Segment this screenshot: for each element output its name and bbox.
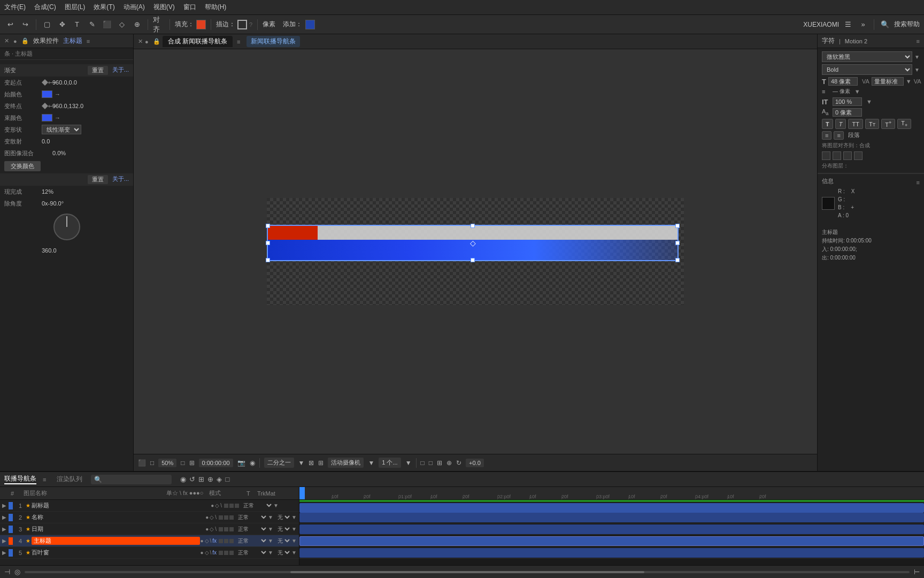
show-icon[interactable]: □: [429, 459, 433, 467]
end-color-arrow[interactable]: →: [55, 115, 60, 121]
toggle-1a[interactable]: [224, 504, 228, 508]
select-tool[interactable]: ▢: [41, 19, 53, 31]
align-center[interactable]: ≡: [834, 131, 843, 140]
lock-icon-4[interactable]: ◇: [205, 538, 209, 544]
layer-row-1[interactable]: ▶ 1 ★ 副标题 ● ◇ \ 正常 ▼: [0, 500, 299, 512]
layer-star-5[interactable]: ★: [26, 550, 30, 556]
clip-5[interactable]: [299, 548, 924, 558]
zoom-icon[interactable]: □: [181, 459, 184, 467]
pen-tool[interactable]: ✎: [86, 19, 98, 31]
menu-item-window[interactable]: 窗口: [183, 3, 196, 12]
color-icon[interactable]: ◉: [250, 459, 255, 467]
start-color-arrow[interactable]: →: [55, 91, 60, 97]
zoom-control[interactable]: 50%: [158, 459, 176, 467]
reset-button-1[interactable]: 重置: [88, 66, 108, 75]
close-icon[interactable]: ✕: [4, 37, 9, 44]
expand-1[interactable]: ▶: [2, 503, 9, 508]
vis-icon-2[interactable]: \: [215, 514, 217, 520]
layer-star-3[interactable]: ★: [26, 526, 30, 532]
menu-item-help[interactable]: 帮助(H): [205, 3, 227, 12]
menu-item-anim[interactable]: 动画(A): [124, 3, 145, 12]
fraction-select[interactable]: 二分之一: [264, 458, 294, 468]
solo-icon-3[interactable]: ●: [205, 526, 209, 532]
font-name-select[interactable]: 微软雅黑: [822, 51, 912, 62]
tl-guide-icon[interactable]: ⊕: [207, 475, 213, 483]
hand-tool[interactable]: ✥: [56, 19, 68, 31]
fx-icon-5[interactable]: fx: [212, 550, 217, 556]
lock-icon-1[interactable]: ◇: [215, 503, 219, 508]
add-color[interactable]: [305, 20, 315, 29]
prop-val-angle-num[interactable]: 360.0: [42, 247, 129, 254]
snapshot-icon[interactable]: □: [421, 459, 425, 467]
layer-star-1[interactable]: ★: [26, 503, 30, 508]
tl-tab-main[interactable]: 联播导航条: [4, 474, 36, 484]
mode-select-2[interactable]: 正常: [236, 514, 268, 521]
expand-2[interactable]: ▶: [2, 514, 9, 520]
allcaps-button[interactable]: TT: [848, 119, 863, 129]
mode-arr-2[interactable]: ▼: [268, 514, 275, 520]
about-link-2[interactable]: 关于...: [112, 175, 129, 184]
layer-row-4[interactable]: ▶ 4 ★ 主标题 ● ◇ \ fx 正常 ▼ 无: [0, 535, 299, 547]
tl-comp-icon[interactable]: ⊞: [198, 475, 204, 483]
keyframe-start[interactable]: [42, 79, 48, 86]
grid2-icon[interactable]: ⊞: [437, 459, 442, 467]
fx-icon-4[interactable]: fx: [212, 538, 217, 544]
playhead-marker[interactable]: [299, 487, 305, 499]
tl-lock-icon[interactable]: ↺: [189, 475, 195, 483]
panel-lock-icon[interactable]: 🔒: [21, 37, 29, 44]
start-color-control[interactable]: →: [42, 90, 60, 98]
dist-color-2[interactable]: [833, 151, 841, 160]
menu-item-layer[interactable]: 图层(L): [65, 3, 86, 12]
toggle-2a[interactable]: [219, 515, 223, 520]
mode-select-3[interactable]: 正常: [236, 526, 268, 533]
tl-tab-options[interactable]: ≡: [43, 476, 46, 483]
end-color-swatch[interactable]: [42, 114, 52, 121]
comp-options-icon[interactable]: ≡: [237, 39, 240, 45]
vis-icon-1[interactable]: \: [220, 503, 222, 508]
reset-button-2[interactable]: 重置: [88, 175, 108, 184]
panel-tab-effects[interactable]: 效果控件: [33, 36, 59, 45]
italic-button[interactable]: T: [835, 119, 846, 129]
trkmat-arr-5[interactable]: ▼: [291, 550, 297, 556]
tl-zoom-range[interactable]: [290, 571, 644, 573]
dist-color-1[interactable]: [822, 151, 830, 160]
font-name-arrow[interactable]: ▼: [914, 54, 920, 60]
sub-button[interactable]: T+: [897, 119, 911, 129]
fraction-down[interactable]: ▼: [298, 459, 305, 467]
toggle-2c[interactable]: [229, 515, 234, 520]
lock-icon-3[interactable]: ◇: [210, 526, 214, 532]
tl-mask-icon[interactable]: ◈: [217, 475, 222, 483]
trkmat-arr-2[interactable]: ▼: [291, 514, 297, 520]
font-style-select[interactable]: Bold: [822, 64, 912, 75]
right-options-icon[interactable]: ≡: [917, 38, 920, 44]
go-end-icon[interactable]: ⊢: [914, 568, 920, 576]
trkmat-select-4[interactable]: 无: [275, 537, 291, 544]
mode-arr-3[interactable]: ▼: [268, 526, 275, 532]
lock-icon-2[interactable]: ◇: [210, 514, 214, 520]
toggle-5b[interactable]: [224, 551, 228, 555]
lock-icon-5[interactable]: ◇: [205, 550, 209, 556]
shape-dropdown[interactable]: 线性渐变: [42, 125, 81, 134]
text-tool[interactable]: T: [71, 19, 83, 31]
prop-val-blend[interactable]: 0.0%: [52, 150, 129, 156]
menu-item-effect[interactable]: 效果(T): [94, 3, 114, 12]
clip-4[interactable]: [299, 536, 924, 546]
tl-shape-icon[interactable]: □: [225, 475, 229, 483]
toggle-5c[interactable]: [229, 551, 234, 555]
align-icon[interactable]: 对齐: [153, 19, 165, 31]
align-left[interactable]: ≡: [822, 131, 831, 140]
solo-icon-5[interactable]: ●: [200, 550, 203, 556]
angle-dial[interactable]: [53, 214, 80, 240]
toggle-4b[interactable]: [224, 539, 228, 543]
vis-icon-5[interactable]: \: [210, 550, 212, 556]
trkmat-arr-3[interactable]: ▼: [291, 526, 297, 532]
solo-icon-4[interactable]: ●: [200, 538, 203, 544]
screen-icon[interactable]: ⊠: [309, 459, 314, 467]
preview-icon[interactable]: □: [150, 459, 154, 467]
menu-item-view[interactable]: 视图(V): [153, 3, 175, 12]
comp-tab-main[interactable]: 合成 新闻联播导航条: [163, 36, 233, 47]
toggle-1b[interactable]: [229, 504, 234, 508]
bold-button[interactable]: T: [822, 119, 833, 129]
mode-select-4[interactable]: 正常: [236, 537, 268, 544]
prop-val-scatter[interactable]: 0.0: [42, 138, 129, 144]
